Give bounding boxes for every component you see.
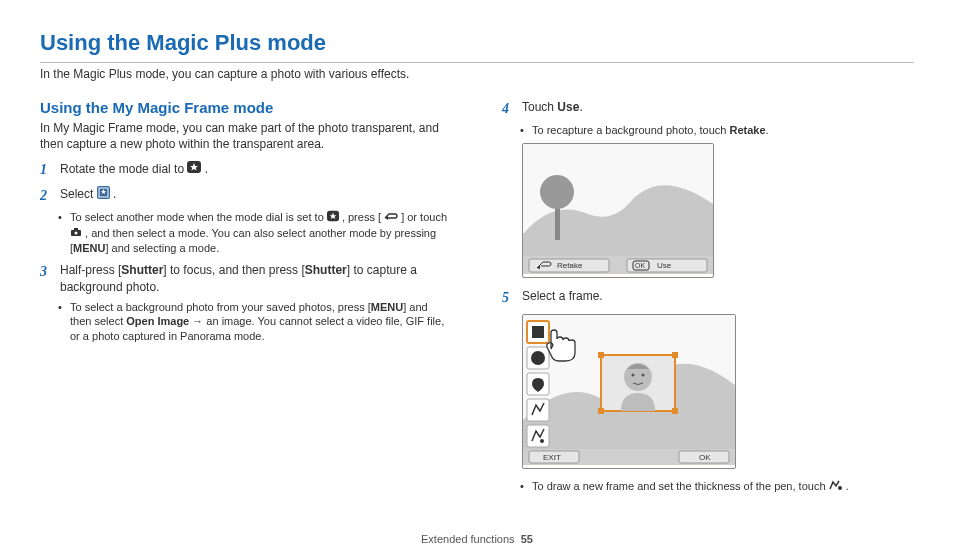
page-footer: Extended functions 55	[0, 533, 954, 545]
step-number: 2	[40, 186, 52, 206]
step-1: 1 Rotate the mode dial to .	[40, 160, 452, 180]
step2-text-pre: Select	[60, 187, 97, 201]
preview-screenshot-1: Retake OK Use	[522, 143, 714, 278]
shutter-label: Shutter	[305, 263, 347, 277]
shutter-label: Shutter	[121, 263, 163, 277]
s4b-a: To recapture a background photo, touch	[532, 124, 730, 136]
svg-point-33	[642, 374, 645, 377]
s5b-b: .	[846, 480, 849, 492]
s5b-a: To draw a new frame and set the thicknes…	[532, 480, 829, 492]
footer-page-number: 55	[521, 533, 533, 545]
back-arrow-icon	[384, 210, 398, 225]
magic-frame-icon	[97, 186, 110, 204]
title-rule	[40, 62, 914, 63]
svg-rect-27	[598, 352, 604, 358]
svg-text:OK: OK	[699, 453, 711, 462]
footer-section: Extended functions	[421, 533, 515, 545]
svg-rect-28	[672, 352, 678, 358]
svg-rect-24	[527, 425, 549, 447]
s5-text: Select a frame.	[522, 288, 914, 308]
draw-pen-icon	[829, 479, 843, 495]
page-title: Using the Magic Plus mode	[40, 30, 914, 56]
intro-text: In the Magic Plus mode, you can capture …	[40, 67, 914, 81]
step2-text-post: .	[113, 187, 116, 201]
s2b-c: ] or touch	[401, 211, 447, 223]
svg-rect-5	[74, 228, 78, 230]
svg-rect-19	[532, 326, 544, 338]
step-4-bullet: • To recapture a background photo, touch…	[520, 123, 914, 138]
use-label: Use	[557, 100, 579, 114]
mode-dial-star-icon	[187, 160, 201, 179]
s3-b: ] to focus, and then press [	[163, 263, 304, 277]
svg-point-6	[75, 232, 78, 235]
svg-rect-23	[527, 399, 549, 421]
svg-point-25	[540, 439, 544, 443]
svg-rect-30	[672, 408, 678, 414]
menu-label: MENU	[371, 301, 403, 313]
svg-rect-29	[598, 408, 604, 414]
step-number: 3	[40, 262, 52, 296]
home-camera-icon	[70, 226, 82, 241]
svg-text:Retake: Retake	[557, 261, 583, 270]
s4b-b: .	[766, 124, 769, 136]
right-column: 4 Touch Use. • To recapture a background…	[502, 93, 914, 497]
s2b-b: , press [	[342, 211, 381, 223]
step-number: 4	[502, 99, 514, 119]
svg-point-39	[838, 486, 842, 490]
menu-label: MENU	[73, 242, 105, 254]
step-3: 3 Half-press [Shutter] to focus, and the…	[40, 262, 452, 296]
open-image-label: Open Image	[126, 315, 189, 327]
svg-point-9	[540, 175, 574, 209]
step-5: 5 Select a frame.	[502, 288, 914, 308]
s2b-a: To select another mode when the mode dia…	[70, 211, 327, 223]
step-3-bullet: • To select a background photo from your…	[58, 300, 452, 345]
svg-point-32	[632, 374, 635, 377]
step1-text-pre: Rotate the mode dial to	[60, 162, 187, 176]
s4-b: .	[579, 100, 582, 114]
step-2: 2 Select .	[40, 186, 452, 206]
s3b-a: To select a background photo from your s…	[70, 301, 371, 313]
s4-a: Touch	[522, 100, 557, 114]
step-number: 5	[502, 288, 514, 308]
section-intro: In My Magic Frame mode, you can make par…	[40, 120, 452, 152]
retake-label: Retake	[730, 124, 766, 136]
s3-a: Half-press [	[60, 263, 121, 277]
svg-text:Use: Use	[657, 261, 672, 270]
left-column: Using the My Magic Frame mode In My Magi…	[40, 93, 452, 497]
mode-dial-star-icon	[327, 210, 339, 226]
step-5-bullet: • To draw a new frame and set the thickn…	[520, 479, 914, 495]
section-title: Using the My Magic Frame mode	[40, 99, 452, 116]
s2b-e: ] and selecting a mode.	[105, 242, 219, 254]
step-number: 1	[40, 160, 52, 180]
step-2-bullet: • To select another mode when the mode d…	[58, 210, 452, 256]
svg-text:EXIT: EXIT	[543, 453, 561, 462]
preview-screenshot-2: EXIT OK	[522, 314, 736, 469]
step-4: 4 Touch Use.	[502, 99, 914, 119]
svg-point-21	[531, 351, 545, 365]
svg-text:OK: OK	[635, 262, 645, 269]
step1-text-post: .	[205, 162, 208, 176]
